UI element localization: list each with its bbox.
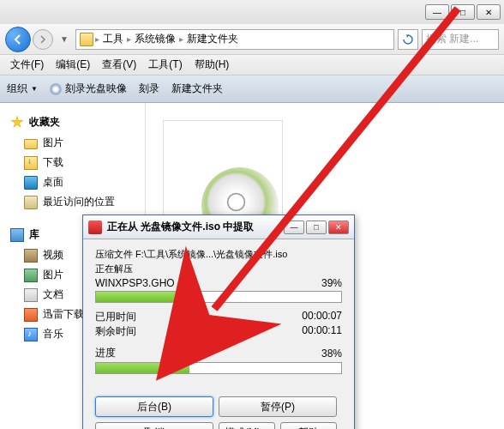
sidebar-item-label: 下载 — [43, 155, 63, 170]
refresh-button[interactable] — [398, 29, 418, 50]
close-button[interactable]: ✕ — [477, 4, 501, 20]
file-progress-fill — [96, 292, 192, 302]
picture-icon — [24, 269, 38, 282]
burn-image-label: 刻录光盘映像 — [65, 82, 127, 96]
history-dropdown[interactable]: ▼ — [57, 34, 72, 44]
menu-tools[interactable]: 工具(T) — [143, 56, 187, 74]
new-folder-button[interactable]: 新建文件夹 — [171, 82, 223, 96]
progress-label: 进度 — [95, 346, 116, 360]
burn-button[interactable]: 刻录 — [139, 82, 159, 96]
dialog-minimize-button[interactable]: — — [284, 221, 304, 234]
sidebar-item-label: 最近访问的位置 — [43, 195, 115, 209]
search-input[interactable]: 搜索 新建... — [422, 29, 499, 50]
favorites-group: 收藏夹 图片 下载 桌面 最近访问的位置 — [0, 112, 145, 212]
sidebar-item-label: 图片 — [43, 136, 63, 150]
toolbar: 组织 ▼ 刻录光盘映像 刻录 新建文件夹 — [0, 76, 504, 103]
star-icon — [10, 116, 24, 130]
menu-help[interactable]: 帮助(H) — [189, 56, 235, 74]
sidebar-item-label: 视频 — [43, 248, 63, 263]
help-button[interactable]: 帮助 — [280, 422, 337, 429]
sidebar-item-downloads[interactable]: 下载 — [0, 153, 145, 172]
pause-button[interactable]: 暂停(P) — [219, 396, 337, 417]
chevron-right-icon: ▸ — [179, 34, 183, 44]
menu-file[interactable]: 文件(F) — [5, 56, 49, 74]
background-button[interactable]: 后台(B) — [95, 396, 213, 417]
total-progress-fill — [96, 363, 189, 373]
remain-label: 剩余时间 — [95, 324, 136, 339]
extract-dialog: 正在从 光盘镜像文件.iso 中提取 — □ ✕ 压缩文件 F:\工具\系统镜像… — [82, 214, 355, 429]
total-progress-bar — [95, 362, 342, 374]
chevron-down-icon: ▼ — [31, 85, 38, 93]
cancel-button[interactable]: 取消 — [95, 422, 213, 429]
document-icon — [24, 288, 38, 302]
dialog-body: 压缩文件 F:\工具\系统镜像...\光盘镜像文件.iso 正在解压 WINXP… — [83, 239, 354, 390]
desktop-icon — [24, 176, 38, 190]
sidebar-item-pictures[interactable]: 图片 — [0, 133, 145, 153]
library-icon — [10, 228, 24, 242]
extracting-label: 正在解压 — [95, 263, 342, 275]
total-percent: 38% — [321, 347, 342, 360]
window-titlebar: — □ ✕ — [0, 0, 504, 24]
sidebar-item-label: 桌面 — [43, 175, 63, 190]
file-progress-bar — [95, 291, 342, 303]
sidebar-item-desktop[interactable]: 桌面 — [0, 172, 145, 192]
dialog-close-button[interactable]: ✕ — [328, 221, 349, 234]
dialog-button-row: 后台(B) 暂停(P) 取消 模式(M)... 帮助 — [83, 390, 354, 429]
sidebar-item-label: 迅雷下载 — [43, 307, 84, 322]
current-file-percent: 39% — [321, 277, 342, 289]
menu-edit[interactable]: 编辑(E) — [51, 56, 95, 74]
sidebar-item-recent[interactable]: 最近访问的位置 — [0, 192, 145, 212]
sidebar-item-label: 音乐 — [43, 327, 63, 341]
current-file-row: WINXPSP3.GHO 39% — [95, 277, 342, 289]
app-icon — [88, 221, 102, 234]
mode-button[interactable]: 模式(M)... — [219, 422, 275, 429]
download-icon — [24, 156, 38, 170]
breadcrumb-item[interactable]: 新建文件夹 — [185, 32, 240, 46]
libraries-label: 库 — [29, 227, 39, 242]
recent-icon — [24, 196, 38, 209]
current-file-name: WINXPSP3.GHO — [95, 277, 175, 289]
chevron-right-icon: ▸ — [127, 34, 131, 44]
xunlei-icon — [24, 308, 38, 322]
folder-icon — [24, 139, 38, 149]
elapsed-value: 00:00:07 — [302, 310, 342, 324]
menu-bar: 文件(F) 编辑(E) 查看(V) 工具(T) 帮助(H) — [0, 55, 504, 76]
dialog-title: 正在从 光盘镜像文件.iso 中提取 — [107, 220, 279, 234]
breadcrumb-item[interactable]: 工具 — [101, 32, 125, 46]
organize-button[interactable]: 组织 ▼ — [7, 82, 38, 96]
navigation-bar: ▼ ▸ 工具 ▸ 系统镜像 ▸ 新建文件夹 搜索 新建... — [0, 24, 504, 55]
disc-icon — [50, 83, 62, 95]
dialog-titlebar[interactable]: 正在从 光盘镜像文件.iso 中提取 — □ ✕ — [83, 215, 354, 239]
folder-icon — [80, 33, 93, 46]
burn-image-button[interactable]: 刻录光盘映像 — [50, 82, 127, 96]
dialog-maximize-button[interactable]: □ — [306, 221, 327, 234]
organize-label: 组织 — [7, 82, 27, 96]
elapsed-row: 已用时间 00:00:07 — [95, 310, 342, 324]
music-icon — [24, 328, 38, 341]
elapsed-label: 已用时间 — [95, 310, 136, 324]
total-progress-row: 进度 38% — [95, 346, 342, 360]
sidebar-item-label: 图片 — [43, 268, 63, 282]
breadcrumb[interactable]: ▸ 工具 ▸ 系统镜像 ▸ 新建文件夹 — [75, 29, 394, 50]
favorites-header[interactable]: 收藏夹 — [0, 112, 145, 133]
back-button[interactable] — [5, 27, 31, 52]
compress-path: 压缩文件 F:\工具\系统镜像...\光盘镜像文件.iso — [95, 248, 342, 261]
sidebar-item-label: 文档 — [43, 287, 63, 302]
remain-value: 00:00:11 — [302, 324, 342, 339]
maximize-button[interactable]: □ — [451, 4, 475, 20]
favorites-label: 收藏夹 — [29, 115, 60, 130]
chevron-right-icon: ▸ — [95, 34, 99, 44]
video-icon — [24, 249, 38, 263]
minimize-button[interactable]: — — [425, 4, 449, 20]
dialog-window-buttons: — □ ✕ — [284, 221, 349, 234]
forward-button[interactable] — [33, 29, 53, 50]
remain-row: 剩余时间 00:00:11 — [95, 324, 342, 339]
menu-view[interactable]: 查看(V) — [97, 56, 141, 74]
breadcrumb-item[interactable]: 系统镜像 — [133, 32, 177, 46]
